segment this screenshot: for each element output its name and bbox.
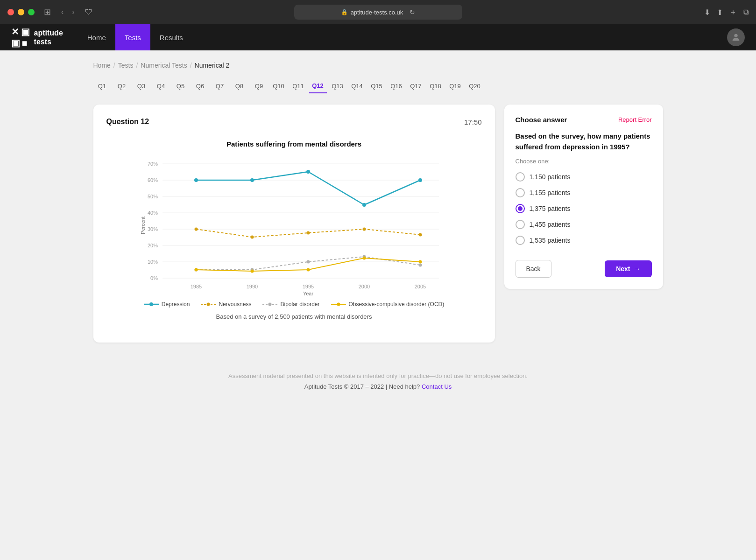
question-nav-item-q15[interactable]: Q15 — [368, 78, 386, 93]
answer-panel: Choose answer Report Error Based on the … — [504, 105, 663, 289]
svg-text:20%: 20% — [147, 243, 157, 248]
svg-point-28 — [418, 178, 422, 182]
chart-container: Patients suffering from mental disorders… — [106, 135, 482, 329]
svg-point-47 — [207, 303, 210, 306]
legend-ocd: Obsessive-compulsive disorder (OCD) — [331, 301, 445, 308]
choose-one-label: Choose one: — [516, 158, 652, 165]
breadcrumb-sep-2: / — [136, 62, 138, 69]
svg-text:0%: 0% — [150, 275, 158, 281]
traffic-lights — [7, 9, 35, 15]
contact-link[interactable]: Contact Us — [422, 383, 452, 390]
option-label-4: 1,535 patients — [530, 237, 571, 244]
reload-icon[interactable]: ↻ — [410, 8, 415, 16]
svg-point-42 — [362, 257, 366, 260]
svg-point-39 — [194, 268, 198, 272]
next-button[interactable]: Next → — [605, 260, 651, 277]
forward-arrow[interactable]: › — [69, 7, 77, 17]
question-text: Based on the survey, how many patients s… — [516, 131, 652, 152]
svg-text:40%: 40% — [147, 210, 157, 216]
download-icon[interactable]: ⬇ — [704, 8, 710, 17]
legend-depression: Depression — [144, 301, 190, 308]
question-nav-item-q20[interactable]: Q20 — [466, 78, 484, 93]
svg-text:10%: 10% — [147, 259, 157, 265]
option-1[interactable]: 1,155 patients — [516, 188, 652, 197]
svg-point-27 — [362, 203, 366, 207]
sidebar-toggle-icon[interactable]: ⊞ — [44, 7, 51, 17]
legend-bipolar: Bipolar disorder — [262, 301, 319, 308]
footer-copyright: Aptitude Tests © 2017 – 2022 | Need help… — [9, 383, 747, 390]
breadcrumb-home[interactable]: Home — [93, 62, 111, 69]
question-nav-item-q18[interactable]: Q18 — [427, 78, 445, 93]
svg-point-49 — [268, 303, 272, 306]
shield-icon: 🛡 — [85, 8, 92, 16]
radio-circle-0 — [516, 172, 525, 182]
option-4[interactable]: 1,535 patients — [516, 236, 652, 245]
breadcrumb-tests[interactable]: Tests — [118, 62, 134, 69]
browser-nav-arrows: ‹ › — [58, 7, 78, 17]
question-nav-item-q14[interactable]: Q14 — [348, 78, 366, 93]
svg-text:70%: 70% — [147, 161, 157, 167]
breadcrumb-numerical-tests[interactable]: Numerical Tests — [141, 62, 187, 69]
question-nav-item-q7[interactable]: Q7 — [211, 78, 229, 93]
question-nav-item-q8[interactable]: Q8 — [231, 78, 248, 93]
question-nav-item-q16[interactable]: Q16 — [388, 78, 405, 93]
option-label-0: 1,150 patients — [530, 173, 571, 181]
logo-text: aptitude tests — [34, 28, 63, 46]
svg-point-24 — [194, 178, 198, 182]
svg-point-51 — [337, 303, 340, 306]
svg-point-43 — [418, 260, 422, 264]
svg-text:Percent: Percent — [140, 217, 146, 234]
browser-chrome: ⊞ ‹ › 🛡 🔒 aptitude-tests.co.uk ↻ ⬇ ⬆ ＋ ⧉ — [0, 0, 756, 24]
logo[interactable]: ✕ ▣▣ ■ aptitude tests — [11, 26, 63, 49]
question-nav-item-q9[interactable]: Q9 — [250, 78, 268, 93]
question-nav-item-q11[interactable]: Q11 — [290, 78, 307, 93]
option-0[interactable]: 1,150 patients — [516, 172, 652, 182]
tab-grid-icon[interactable]: ⧉ — [743, 8, 749, 16]
question-nav-item-q5[interactable]: Q5 — [172, 78, 190, 93]
main-nav: Home Tests Results — [78, 24, 192, 50]
question-nav-item-q4[interactable]: Q4 — [152, 78, 170, 93]
svg-point-26 — [306, 170, 310, 174]
address-bar[interactable]: 🔒 aptitude-tests.co.uk ↻ — [294, 5, 462, 20]
option-2[interactable]: 1,375 patients — [516, 204, 652, 213]
back-button[interactable]: Back — [516, 260, 551, 278]
svg-point-36 — [306, 260, 310, 264]
option-3[interactable]: 1,455 patients — [516, 220, 652, 229]
next-label: Next — [616, 265, 630, 273]
question-title: Question 12 — [106, 118, 149, 126]
svg-point-29 — [194, 228, 198, 231]
question-nav-item-q2[interactable]: Q2 — [113, 78, 131, 93]
share-icon[interactable]: ⬆ — [717, 8, 723, 17]
svg-text:2005: 2005 — [414, 284, 425, 289]
svg-point-41 — [306, 268, 310, 272]
nav-tests[interactable]: Tests — [115, 24, 150, 50]
question-nav-item-q10[interactable]: Q10 — [270, 78, 288, 93]
report-error-link[interactable]: Report Error — [618, 116, 652, 123]
question-nav-item-q17[interactable]: Q17 — [407, 78, 425, 93]
question-nav-item-q13[interactable]: Q13 — [329, 78, 346, 93]
svg-text:50%: 50% — [147, 194, 157, 199]
nav-results[interactable]: Results — [150, 24, 192, 50]
question-nav-item-q1[interactable]: Q1 — [93, 78, 111, 93]
close-button[interactable] — [7, 9, 14, 15]
back-arrow[interactable]: ‹ — [58, 7, 66, 17]
question-nav-item-q12[interactable]: Q12 — [309, 78, 327, 93]
new-tab-icon[interactable]: ＋ — [729, 7, 737, 17]
breadcrumb-sep-1: / — [113, 62, 115, 69]
question-nav-item-q19[interactable]: Q19 — [446, 78, 464, 93]
svg-point-0 — [734, 34, 737, 37]
minimize-button[interactable] — [18, 9, 24, 15]
maximize-button[interactable] — [28, 9, 35, 15]
svg-text:Year: Year — [303, 291, 313, 295]
question-nav-item-q6[interactable]: Q6 — [191, 78, 209, 93]
svg-point-33 — [418, 233, 422, 237]
answer-panel-header: Choose answer Report Error — [516, 116, 652, 124]
radio-circle-3 — [516, 220, 525, 229]
user-avatar[interactable] — [727, 28, 745, 46]
nav-home[interactable]: Home — [78, 24, 115, 50]
svg-point-40 — [250, 270, 254, 273]
chart-legend: Depression Nervousness Bipolar disorder … — [106, 301, 482, 308]
radio-circle-1 — [516, 188, 525, 197]
line-chart: 70% 60% 50% 40% 30% 20% 10% 0% — [106, 155, 482, 295]
question-nav-item-q3[interactable]: Q3 — [133, 78, 150, 93]
